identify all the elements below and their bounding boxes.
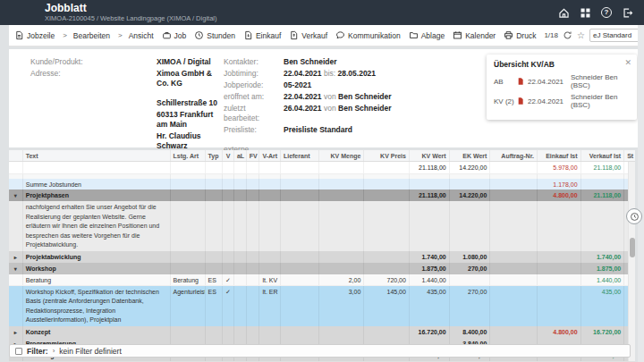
cell-auftrag bbox=[490, 189, 538, 201]
column-header-verkauf_ist[interactable]: Verkauf Ist bbox=[581, 150, 625, 161]
einkauf-button[interactable]: Einkauf bbox=[243, 30, 281, 40]
cell-al bbox=[234, 286, 247, 326]
vertical-scroll-thumb[interactable] bbox=[630, 238, 635, 257]
cell-auftrag bbox=[490, 263, 538, 274]
cell-typ bbox=[206, 179, 224, 189]
cell-einkauf_ist: 5.978,00 bbox=[538, 162, 581, 173]
pdf-file-icon[interactable] bbox=[517, 97, 524, 105]
logout-icon[interactable] bbox=[622, 7, 633, 19]
table-row[interactable]: nachfolgend erhalten Sie unser Angebot f… bbox=[9, 201, 635, 251]
time-tracking-button[interactable] bbox=[626, 208, 642, 224]
printer-icon bbox=[504, 30, 513, 40]
column-header-auftrag[interactable]: Auftrag-Nr. bbox=[490, 150, 538, 161]
column-header-lieferant[interactable]: Lieferant bbox=[281, 150, 319, 161]
table-row[interactable]: Summe Jobstunden1.178,00 bbox=[9, 179, 635, 189]
column-header-fv[interactable]: FV bbox=[247, 150, 260, 161]
job-button[interactable]: Job bbox=[162, 30, 187, 40]
druck-button[interactable]: Druck bbox=[504, 30, 536, 40]
cell-lstg bbox=[171, 189, 206, 201]
stunden-button[interactable]: Stunden bbox=[194, 30, 235, 40]
menu-separator: > bbox=[63, 31, 67, 39]
home-icon[interactable] bbox=[558, 7, 570, 19]
column-header-text[interactable]: Text bbox=[23, 150, 171, 161]
filter-bar: Filter: › kein Filter definiert bbox=[9, 344, 631, 358]
cell-lieferant bbox=[281, 179, 319, 189]
menu-jobzeile[interactable]: Jobzeile bbox=[14, 30, 55, 40]
cell-typ bbox=[206, 189, 224, 201]
customer-block: Kunde/Produkt: XIMOA / Digital Adresse: … bbox=[30, 57, 224, 147]
chevron-down-icon[interactable]: ▾ bbox=[9, 263, 23, 274]
cell-einkauf_ist: 1.178,00 bbox=[538, 179, 581, 189]
cell-einkauf_ist bbox=[538, 263, 581, 274]
cell-v: ✓ bbox=[223, 274, 234, 285]
chevron-right-icon[interactable]: ▸ bbox=[9, 326, 23, 338]
column-header-st[interactable]: St bbox=[624, 150, 635, 161]
cell-typ bbox=[206, 263, 224, 274]
column-header-al[interactable]: aL bbox=[234, 150, 247, 161]
column-header-kv_menge[interactable]: KV Menge bbox=[319, 150, 365, 161]
ablage-button[interactable]: Ablage bbox=[409, 30, 445, 40]
table-row[interactable]: ▾Projektphasen21.118,0014.220,004.800,00… bbox=[9, 189, 635, 201]
chevron-right-icon: › bbox=[53, 347, 55, 355]
cell-text: Workshop bbox=[23, 263, 171, 274]
overview-kv-ab-card: ✕ Übersicht KV/AB AB 22.04.2021 Schneide… bbox=[487, 55, 637, 120]
cell-vart bbox=[259, 179, 280, 189]
table-row[interactable]: ▾Workshop1.875,00270,001.875,00 bbox=[9, 263, 635, 274]
cell-vart bbox=[259, 201, 280, 251]
cell-kv_menge bbox=[319, 189, 365, 201]
cell-al bbox=[234, 162, 247, 173]
column-header-kv_wert[interactable]: KV Wert bbox=[410, 150, 450, 161]
column-header-einkauf_ist[interactable]: Einkauf Ist bbox=[538, 150, 581, 161]
pdf-file-icon[interactable] bbox=[517, 77, 524, 86]
cell-kv_preis bbox=[364, 326, 410, 338]
table-row[interactable]: Workshop Kickoff, Spezifikation der tech… bbox=[9, 286, 635, 326]
vertical-scrollbar[interactable] bbox=[628, 162, 635, 361]
kommunikation-button[interactable]: Kommunikation bbox=[335, 30, 401, 40]
table-row[interactable]: ▸Projektabwicklung1.740,001.080,001.740,… bbox=[9, 251, 635, 263]
menu-bearbeiten[interactable]: Bearbeiten bbox=[73, 31, 110, 40]
view-select[interactable]: eJ Standard ▾ bbox=[589, 29, 644, 42]
column-header-expand[interactable] bbox=[9, 150, 23, 161]
cell-lieferant bbox=[281, 251, 319, 263]
doc-date: 22.04.2021 bbox=[528, 78, 571, 86]
cell-vart: lt. KV bbox=[259, 274, 280, 285]
overview-row-kv[interactable]: KV (2) 22.04.2021 Schneider Ben (BSC) bbox=[494, 93, 630, 109]
filter-status: kein Filter definiert bbox=[59, 347, 121, 356]
column-header-typ[interactable]: Typ bbox=[206, 150, 224, 161]
verkauf-button[interactable]: Verkauf bbox=[289, 30, 327, 40]
cell-lstg bbox=[171, 162, 206, 173]
refresh-icon[interactable] bbox=[563, 30, 572, 40]
menu-separator: > bbox=[118, 31, 123, 39]
cell-einkauf_ist: 4.800,00 bbox=[538, 189, 581, 201]
column-header-ek_wert[interactable]: EK Wert bbox=[450, 150, 491, 161]
cell-einkauf_ist bbox=[538, 286, 581, 326]
column-header-lstg[interactable]: Lstg. Art bbox=[171, 150, 206, 161]
overview-row-ab[interactable]: AB 22.04.2021 Schneider Ben (BSC) bbox=[494, 73, 630, 89]
column-header-v[interactable]: V bbox=[223, 150, 234, 161]
chevron-right-icon[interactable]: ▸ bbox=[9, 251, 23, 263]
help-icon[interactable]: ? bbox=[601, 7, 612, 18]
chevron-down-icon[interactable]: ▾ bbox=[9, 189, 23, 201]
cell-kv_wert: 435,00 bbox=[410, 286, 450, 326]
cell-text: Workshop Kickoff, Spezifikation der tech… bbox=[23, 286, 171, 326]
cell-lieferant bbox=[281, 189, 319, 201]
favorite-star-icon[interactable]: ☆ bbox=[577, 31, 585, 40]
table-row[interactable]: ▸Konzept16.720,008.400,004.800,0016.720,… bbox=[9, 326, 635, 338]
table-row[interactable]: 21.118,0014.220,005.978,0021.118,00 bbox=[9, 162, 635, 174]
kalender-button[interactable]: Kalender bbox=[453, 30, 496, 40]
apps-grid-icon[interactable] bbox=[580, 7, 591, 19]
menu-ansicht[interactable]: Ansicht bbox=[129, 31, 154, 40]
filter-checkbox[interactable] bbox=[15, 348, 22, 355]
adresse-ansprechpartner: Hr. Claudius Schwarz bbox=[157, 131, 224, 151]
doc-user: Schneider Ben (BSC) bbox=[571, 93, 630, 109]
cell-lstg bbox=[171, 251, 206, 263]
table-row[interactable]: BeratungBeratungES✓lt. KV2,00720,001.440… bbox=[9, 274, 635, 286]
cell-auftrag bbox=[490, 326, 538, 338]
column-header-vart[interactable]: V-Art bbox=[259, 150, 280, 161]
close-icon[interactable]: ✕ bbox=[624, 59, 631, 67]
cell-kv_wert: 1.875,00 bbox=[410, 263, 450, 274]
kontakter-value: Ben Schneider bbox=[284, 57, 492, 67]
cell-lstg bbox=[171, 326, 206, 338]
cell-ek_wert: 270,00 bbox=[450, 286, 491, 326]
column-header-kv_preis[interactable]: KV Preis bbox=[364, 150, 410, 161]
